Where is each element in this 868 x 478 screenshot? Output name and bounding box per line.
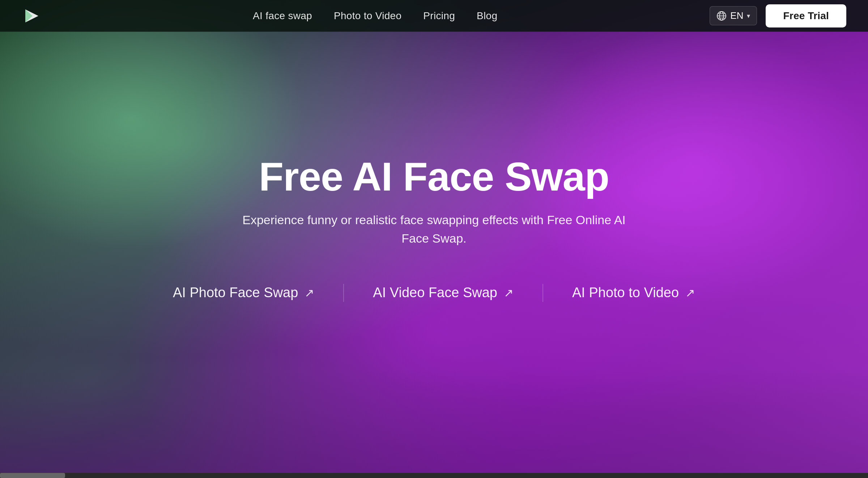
arrow-icon-photo-face-swap: ↗ [305,286,314,300]
hero-links: AI Photo Face Swap ↗ AI Video Face Swap … [173,284,695,302]
language-selector[interactable]: EN ▾ [710,6,757,25]
nav-link-photo-to-video[interactable]: Photo to Video [334,10,401,22]
hero-section: Free AI Face Swap Experience funny or re… [0,0,868,478]
nav-link-pricing[interactable]: Pricing [423,10,455,22]
nav-link-ai-face-swap[interactable]: AI face swap [253,10,312,22]
free-trial-button[interactable]: Free Trial [766,4,846,27]
hero-link-photo-to-video[interactable]: AI Photo to Video ↗ [572,285,695,300]
hero-link-photo-to-video-label: AI Photo to Video [572,285,679,300]
hero-subtitle: Experience funny or realistic face swapp… [235,211,633,248]
scrollbar-thumb[interactable] [0,473,65,478]
navbar-center: AI face swap Photo to Video Pricing Blog [253,10,497,22]
hero-link-video-face-swap-label: AI Video Face Swap [373,285,497,300]
arrow-icon-photo-to-video: ↗ [685,286,695,300]
navbar-left [22,7,41,25]
globe-icon [716,11,727,21]
nav-link-blog[interactable]: Blog [477,10,497,22]
logo-icon[interactable] [22,7,41,25]
navbar: AI face swap Photo to Video Pricing Blog… [0,0,868,32]
chevron-down-icon: ▾ [747,12,750,20]
horizontal-scrollbar[interactable] [0,473,868,478]
hero-link-video-face-swap[interactable]: AI Video Face Swap ↗ [373,285,514,300]
navbar-right: EN ▾ Free Trial [710,4,846,27]
hero-link-photo-face-swap[interactable]: AI Photo Face Swap ↗ [173,285,314,300]
hero-title: Free AI Face Swap [259,154,609,199]
arrow-icon-video-face-swap: ↗ [504,286,514,300]
hero-link-photo-face-swap-label: AI Photo Face Swap [173,285,298,300]
hero-content: Free AI Face Swap Experience funny or re… [173,154,695,302]
link-separator-2 [542,284,543,302]
language-code: EN [730,10,743,21]
link-separator-1 [343,284,344,302]
